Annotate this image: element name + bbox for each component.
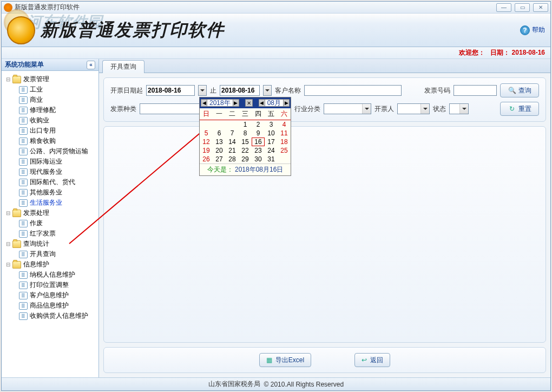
tree-item[interactable]: 现代服务业 bbox=[4, 167, 96, 177]
tree-group-label: 信息维护 bbox=[23, 260, 49, 269]
calendar-day-cell[interactable]: 24 bbox=[265, 146, 278, 155]
tree-item[interactable]: 商业 bbox=[4, 95, 96, 105]
tree-item[interactable]: 红字发票 bbox=[4, 228, 96, 239]
calendar-day-cell[interactable]: 9 bbox=[252, 129, 265, 138]
calendar-day-cell[interactable]: 19 bbox=[200, 146, 213, 155]
main-area: 开具查询 开票日期起 止 客户名称 发票号码 bbox=[99, 59, 550, 377]
status-select[interactable] bbox=[449, 103, 469, 114]
tree-item[interactable]: 开具查询 bbox=[4, 249, 96, 259]
reset-button[interactable]: ↻ 重置 bbox=[500, 102, 539, 116]
calendar-day-cell[interactable]: 16 bbox=[252, 138, 265, 146]
tree-item[interactable]: 收购业 bbox=[4, 115, 96, 126]
chevron-down-icon bbox=[420, 104, 429, 114]
query-button[interactable]: 🔍 查询 bbox=[500, 83, 539, 97]
calendar-today-value: 2018年08月16日 bbox=[235, 166, 283, 173]
tree-item-label: 生活服务业 bbox=[30, 198, 62, 207]
tree-item[interactable]: 商品信息维护 bbox=[4, 300, 96, 311]
tree-item[interactable]: 公路、内河货物运输 bbox=[4, 146, 96, 156]
tree-item[interactable]: 作废 bbox=[4, 218, 96, 228]
close-button[interactable]: ✕ bbox=[533, 3, 548, 12]
calendar-day-cell[interactable]: 21 bbox=[226, 146, 239, 155]
calendar-day-cell[interactable]: 4 bbox=[278, 120, 291, 129]
calendar-day-cell[interactable]: 13 bbox=[213, 138, 226, 146]
calendar-day-cell[interactable]: 31 bbox=[265, 155, 278, 164]
calendar-footer[interactable]: 今天是： 2018年08月16日 bbox=[200, 164, 291, 175]
calendar-day-cell[interactable]: 7 bbox=[226, 129, 239, 138]
calendar-day-cell[interactable]: 14 bbox=[226, 138, 239, 146]
export-excel-button[interactable]: ▦ 导出Excel bbox=[259, 353, 311, 367]
calendar-next-month[interactable]: ▶ bbox=[283, 99, 290, 107]
tree-group[interactable]: ⊟查询统计 bbox=[4, 239, 96, 249]
calendar-day-cell[interactable]: 10 bbox=[265, 129, 278, 138]
tab-strip: 开具查询 bbox=[99, 59, 550, 73]
calendar-day-cell[interactable]: 18 bbox=[278, 138, 291, 146]
calendar-day-cell[interactable]: 27 bbox=[213, 155, 226, 164]
calendar-month-value[interactable]: 08月 bbox=[265, 99, 283, 107]
tree-item[interactable]: 其他服务业 bbox=[4, 187, 96, 198]
folder-icon bbox=[12, 210, 21, 217]
calendar-day-cell[interactable]: 5 bbox=[200, 129, 213, 138]
tree-item[interactable]: 出口专用 bbox=[4, 126, 96, 136]
tree-group[interactable]: ⊟发票处理 bbox=[4, 208, 96, 218]
document-icon bbox=[19, 302, 28, 310]
expand-icon: ⊟ bbox=[5, 241, 11, 247]
calendar-day-cell[interactable]: 22 bbox=[239, 146, 252, 155]
minimize-button[interactable]: — bbox=[496, 3, 511, 12]
tree-item[interactable]: 纳税人信息维护 bbox=[4, 270, 96, 280]
date-from-input[interactable] bbox=[146, 85, 195, 96]
maximize-button[interactable]: ▭ bbox=[515, 3, 530, 12]
calendar-day-cell[interactable]: 23 bbox=[252, 146, 265, 155]
calendar-day-cell[interactable]: 17 bbox=[265, 138, 278, 146]
tree-item-label: 纳税人信息维护 bbox=[30, 270, 75, 279]
tree-group[interactable]: ⊟发票管理 bbox=[4, 74, 96, 84]
calendar-day-cell[interactable]: 3 bbox=[265, 120, 278, 129]
calendar-prev-year[interactable]: ◀ bbox=[201, 99, 207, 107]
tree-item[interactable]: 生活服务业 bbox=[4, 198, 96, 208]
issuer-select[interactable] bbox=[397, 103, 430, 114]
calendar-dow-cell: 六 bbox=[278, 108, 291, 120]
tree-item-label: 工业 bbox=[30, 85, 43, 94]
customer-input[interactable] bbox=[304, 85, 402, 96]
tree-item[interactable]: 收购供货人信息维护 bbox=[4, 311, 96, 321]
calendar-day-cell[interactable]: 30 bbox=[252, 155, 265, 164]
calendar-day-cell[interactable]: 12 bbox=[200, 138, 213, 146]
calendar-day-cell[interactable]: 29 bbox=[239, 155, 252, 164]
date-to-input[interactable] bbox=[220, 85, 260, 96]
date-to-dropdown-icon[interactable] bbox=[263, 85, 272, 96]
calendar-prev-month[interactable]: ◀ bbox=[259, 99, 265, 107]
help-link[interactable]: ? 帮助 bbox=[520, 25, 545, 35]
calendar-day-cell[interactable]: 28 bbox=[226, 155, 239, 164]
tree-item[interactable]: 粮食收购 bbox=[4, 136, 96, 146]
sidebar-collapse-button[interactable]: « bbox=[87, 61, 95, 69]
app-title: 新版普通发票打印软件 bbox=[41, 18, 225, 42]
calendar-close-button[interactable]: ✕ bbox=[245, 99, 253, 107]
calendar-day-cell[interactable]: 20 bbox=[213, 146, 226, 155]
date-from-dropdown-icon[interactable] bbox=[198, 85, 207, 96]
tree-item[interactable]: 修理修配 bbox=[4, 105, 96, 115]
calendar-day-cell[interactable]: 11 bbox=[278, 129, 291, 138]
calendar-day-cell[interactable]: 25 bbox=[278, 146, 291, 155]
tree-item[interactable]: 国际海运业 bbox=[4, 156, 96, 167]
export-label: 导出Excel bbox=[275, 356, 304, 365]
customer-label: 客户名称 bbox=[275, 86, 301, 95]
tree-item-label: 商品信息维护 bbox=[30, 301, 69, 310]
tree-item-label: 修理修配 bbox=[30, 106, 56, 115]
calendar-day-cell[interactable]: 6 bbox=[213, 129, 226, 138]
calendar-day-cell[interactable]: 26 bbox=[200, 155, 213, 164]
calendar-year-value[interactable]: 2018年 bbox=[207, 99, 233, 107]
tree-group[interactable]: ⊟信息维护 bbox=[4, 259, 96, 270]
tree-item[interactable]: 客户信息维护 bbox=[4, 290, 96, 300]
calendar-day-cell[interactable]: 1 bbox=[239, 120, 252, 129]
calendar-day-cell[interactable]: 8 bbox=[239, 129, 252, 138]
tab-query[interactable]: 开具查询 bbox=[102, 60, 144, 73]
tree-item[interactable]: 工业 bbox=[4, 84, 96, 95]
invoice-no-input[interactable] bbox=[454, 85, 497, 96]
back-button[interactable]: ↩ 返回 bbox=[354, 353, 390, 367]
sidebar-tree: ⊟发票管理工业商业修理修配收购业出口专用粮食收购公路、内河货物运输国际海运业现代… bbox=[2, 71, 98, 377]
industry-select[interactable] bbox=[324, 103, 371, 114]
tree-item[interactable]: 打印位置调整 bbox=[4, 280, 96, 290]
calendar-next-year[interactable]: ▶ bbox=[233, 99, 239, 107]
tree-item[interactable]: 国际船代、货代 bbox=[4, 177, 96, 187]
calendar-day-cell[interactable]: 2 bbox=[252, 120, 265, 129]
calendar-day-cell[interactable]: 15 bbox=[239, 138, 252, 146]
